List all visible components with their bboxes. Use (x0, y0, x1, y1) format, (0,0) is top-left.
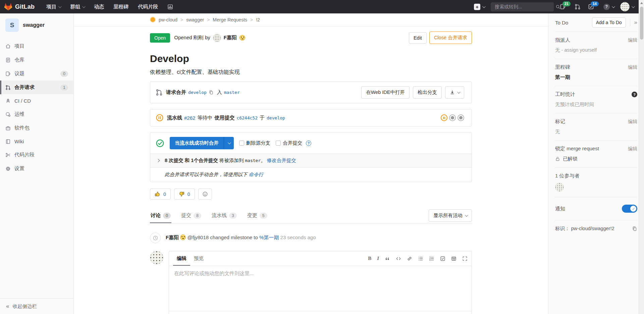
breadcrumb-mrs[interactable]: Merge Requests (213, 17, 247, 22)
editor-tab-preview[interactable]: 预览 (190, 251, 207, 266)
tab-discussion[interactable]: 讨论 0 (150, 208, 171, 223)
participant-avatar[interactable] (555, 183, 564, 192)
comment-textarea[interactable] (169, 266, 472, 311)
numbered-list-icon[interactable] (429, 256, 434, 261)
pipeline-id-link[interactable]: #262 (184, 115, 195, 121)
chevron-down-icon (82, 5, 86, 8)
copy-branch-icon[interactable] (209, 90, 214, 95)
tab-pipelines[interactable]: 流水线 3 (211, 208, 237, 223)
commit-sha-link[interactable]: c6244c52 (236, 115, 258, 120)
tab-commits[interactable]: 提交 8 (180, 208, 202, 223)
stage-created-icon[interactable] (449, 114, 456, 121)
squash-option[interactable]: 合并提交 ? (276, 140, 311, 146)
milestone-link[interactable]: %第一期 (259, 234, 279, 240)
bold-icon[interactable]: B (368, 256, 371, 261)
project-header[interactable]: S swagger (0, 13, 73, 39)
table-icon[interactable] (451, 256, 457, 261)
scroll-up-arrow[interactable] (640, 2, 643, 4)
lock-edit-link[interactable]: 编辑 (628, 146, 637, 152)
sidebar-item-cicd[interactable]: CI / CD (0, 94, 73, 107)
remove-source-branch-option[interactable]: 删除源分支 (239, 140, 271, 146)
stage-paused-icon[interactable] (441, 114, 447, 121)
note-timestamp[interactable]: 23 seconds ago (280, 234, 316, 240)
expand-commits-chevron[interactable] (157, 159, 160, 162)
help-menu-button[interactable]: ? (603, 4, 614, 10)
italic-icon[interactable]: I (377, 256, 379, 261)
close-mr-button[interactable]: Close 合并请求 (429, 32, 472, 44)
checkout-branch-button[interactable]: 检出分支 (413, 86, 442, 99)
sidebar-item-issues[interactable]: 议题 0 (0, 67, 73, 81)
code-icon[interactable] (396, 256, 401, 261)
comment-form: 编辑 预览 B I (150, 251, 472, 314)
task-list-icon[interactable] (440, 256, 445, 261)
pipeline-ref-link[interactable]: develop (267, 115, 285, 120)
sidebar-item-settings[interactable]: 设置 (0, 162, 73, 175)
remove-source-branch-checkbox[interactable] (239, 141, 244, 146)
sidebar-item-snippets[interactable]: 代码片段 (0, 148, 73, 162)
gitlab-logo[interactable]: GitLab (4, 3, 35, 11)
author-name[interactable]: F嘉阳 (224, 35, 237, 41)
user-menu-button[interactable] (620, 2, 634, 11)
new-menu-button[interactable]: + (474, 4, 485, 10)
nav-charts[interactable] (164, 0, 177, 13)
merge-options-dropdown[interactable] (224, 137, 234, 149)
assignee-value[interactable]: 无 - assign yourself (555, 47, 637, 53)
assigned-mr-button[interactable] (575, 4, 581, 10)
web-ide-button[interactable]: 在Web IDE中打开 (361, 86, 410, 99)
page-scrollbar[interactable] (639, 0, 644, 314)
activity-filter-dropdown[interactable]: 显示所有活动 (429, 209, 472, 222)
scrollbar-thumb[interactable] (640, 7, 643, 40)
squash-checkbox[interactable] (276, 141, 281, 146)
command-line-link[interactable]: 命令行 (249, 172, 264, 177)
breadcrumb-group[interactable]: pw-cloud (159, 17, 177, 22)
sidebar-item-repository[interactable]: 仓库 (0, 53, 73, 67)
help-icon: ? (603, 4, 610, 10)
pipeline-paused-icon[interactable] (156, 114, 164, 122)
quote-icon[interactable] (385, 256, 390, 261)
nav-groups[interactable]: 群组 (66, 0, 88, 13)
squash-help-icon[interactable]: ? (306, 141, 311, 146)
sidebar-item-wiki[interactable]: Wiki (0, 135, 73, 148)
add-todo-button[interactable]: Add a To Do (592, 17, 626, 28)
assignee-edit-link[interactable]: 编辑 (628, 37, 637, 43)
search-input[interactable] (495, 4, 555, 9)
breadcrumb-project[interactable]: swagger (186, 17, 204, 22)
sidebar-item-packages[interactable]: 软件包 (0, 121, 73, 135)
thumbs-down-button[interactable]: 0 (174, 189, 195, 200)
author-avatar[interactable] (213, 34, 221, 42)
merge-when-pipeline-succeeds-button[interactable]: 当流水线成功时合并 (170, 137, 234, 149)
thumbs-up-button[interactable]: 0 (150, 189, 171, 200)
bullet-list-icon[interactable] (418, 256, 423, 261)
fullscreen-icon[interactable] (462, 256, 468, 261)
collapse-sidebar-button[interactable]: « 收起侧边栏 (0, 298, 73, 314)
assigned-issues-button[interactable]: 21 (560, 4, 566, 10)
nav-milestones[interactable]: 里程碑 (110, 0, 132, 13)
sidebar-item-operations[interactable]: 运维 (0, 107, 73, 121)
collapse-right-sidebar-button[interactable]: » (634, 19, 637, 26)
stage-created-icon[interactable] (458, 114, 464, 121)
note-author[interactable]: F嘉阳 (166, 234, 179, 240)
editor-tab-write[interactable]: 编辑 (173, 251, 190, 266)
labels-edit-link[interactable]: 编辑 (628, 119, 637, 125)
tab-changes[interactable]: 变更 5 (247, 208, 268, 223)
copy-reference-icon[interactable] (632, 226, 637, 231)
sidebar-item-overview[interactable]: 项目 (0, 39, 73, 53)
nav-projects[interactable]: 项目 (43, 0, 64, 13)
global-search[interactable] (491, 2, 554, 11)
nav-snippets[interactable]: 代码片段 (134, 0, 162, 13)
edit-button[interactable]: Edit (409, 32, 427, 44)
source-branch-link[interactable]: develop (188, 90, 207, 95)
notifications-toggle[interactable] (622, 205, 637, 213)
todos-button[interactable]: 14 (588, 4, 594, 10)
milestone-edit-link[interactable]: 编辑 (628, 64, 637, 70)
modify-merge-commit-link[interactable]: 修改合并提交 (267, 157, 296, 164)
time-tracking-help-icon[interactable]: ? (632, 92, 637, 97)
reference-value: pw-cloud/swagger!2 (571, 226, 614, 231)
target-branch-link[interactable]: master (224, 90, 240, 95)
sidebar-item-merge-requests[interactable]: 合并请求 1 (0, 81, 73, 94)
milestone-value[interactable]: 第一期 (555, 74, 637, 81)
add-reaction-button[interactable] (198, 189, 212, 200)
link-icon[interactable] (407, 256, 412, 261)
download-dropdown-button[interactable] (445, 86, 464, 99)
nav-activity[interactable]: 动态 (90, 0, 108, 13)
